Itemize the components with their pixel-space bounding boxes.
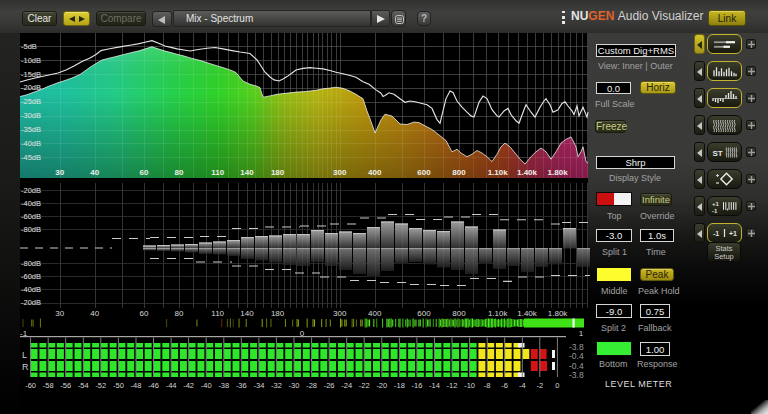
svg-text:-34: -34	[253, 381, 264, 390]
svg-text:-10dB: -10dB	[21, 56, 41, 65]
svg-text:800: 800	[452, 168, 466, 177]
svg-text:-35dB: -35dB	[21, 125, 41, 134]
svg-text:-16: -16	[411, 381, 422, 390]
svg-text:60: 60	[140, 168, 149, 177]
svg-text:-22: -22	[359, 381, 370, 390]
svg-text:400: 400	[368, 309, 382, 318]
svg-text:-56: -56	[60, 381, 71, 390]
svg-text:-46: -46	[148, 381, 159, 390]
svg-text:60: 60	[140, 309, 149, 318]
svg-text:-30dB: -30dB	[21, 111, 41, 120]
svg-text:80: 80	[175, 168, 184, 177]
svg-text:-60dB: -60dB	[21, 212, 41, 221]
svg-text:-6: -6	[501, 381, 508, 390]
svg-text:800: 800	[452, 309, 466, 318]
svg-text:-20dB: -20dB	[21, 298, 41, 307]
svg-text:-8: -8	[484, 381, 491, 390]
svg-text:-25dB: -25dB	[21, 97, 41, 106]
svg-text:-20dB: -20dB	[21, 83, 41, 92]
svg-text:600: 600	[417, 168, 431, 177]
svg-text:-42: -42	[183, 381, 194, 390]
svg-text:-60: -60	[25, 381, 36, 390]
svg-text:-12: -12	[447, 381, 458, 390]
svg-text:-26: -26	[324, 381, 335, 390]
svg-text:-36: -36	[236, 381, 247, 390]
svg-text:600: 600	[417, 309, 431, 318]
svg-text:30: 30	[55, 309, 64, 318]
svg-text:-40: -40	[201, 381, 212, 390]
svg-text:-10: -10	[464, 381, 475, 390]
svg-text:400: 400	[368, 168, 382, 177]
svg-text:-48: -48	[131, 381, 142, 390]
svg-text:L: L	[22, 350, 27, 360]
svg-text:-3.8: -3.8	[569, 370, 584, 380]
svg-text:1.10k: 1.10k	[488, 309, 509, 318]
svg-text:300: 300	[333, 309, 347, 318]
svg-text:-0.4: -0.4	[569, 351, 584, 361]
svg-text:1.40k: 1.40k	[517, 168, 538, 177]
svg-text:40: 40	[90, 168, 99, 177]
svg-text:R: R	[22, 362, 29, 372]
svg-text:-60dB: -60dB	[21, 272, 41, 281]
svg-text:110: 110	[211, 168, 224, 177]
svg-text:-5dB: -5dB	[21, 42, 37, 51]
svg-text:-4: -4	[519, 381, 526, 390]
svg-text:-52: -52	[95, 381, 106, 390]
svg-text:110: 110	[211, 309, 224, 318]
svg-text:-20dB: -20dB	[21, 186, 41, 195]
svg-text:180: 180	[271, 309, 285, 318]
svg-text:-58: -58	[43, 381, 54, 390]
svg-text:80: 80	[175, 309, 184, 318]
svg-text:-80dB: -80dB	[21, 225, 41, 234]
svg-text:-20: -20	[376, 381, 387, 390]
svg-text:1.40k: 1.40k	[517, 309, 538, 318]
svg-text:0: 0	[555, 381, 559, 390]
svg-text:-14: -14	[429, 381, 440, 390]
svg-text:-40dB: -40dB	[21, 139, 41, 148]
svg-text:-2: -2	[536, 381, 543, 390]
svg-text:300: 300	[333, 168, 347, 177]
svg-text:-40dB: -40dB	[21, 285, 41, 294]
svg-text:-50: -50	[113, 381, 124, 390]
svg-text:-30: -30	[289, 381, 300, 390]
svg-text:-45dB: -45dB	[21, 153, 41, 162]
svg-text:1.80k: 1.80k	[548, 309, 569, 318]
svg-text:180: 180	[271, 168, 285, 177]
svg-text:1.10k: 1.10k	[488, 168, 509, 177]
svg-text:-18: -18	[394, 381, 405, 390]
svg-text:-28: -28	[306, 381, 317, 390]
svg-text:-24: -24	[341, 381, 352, 390]
svg-text:1.80k: 1.80k	[548, 168, 569, 177]
svg-text:-32: -32	[271, 381, 282, 390]
svg-text:-38: -38	[218, 381, 229, 390]
svg-text:-44: -44	[166, 381, 177, 390]
svg-text:-80dB: -80dB	[21, 259, 41, 268]
svg-text:30: 30	[55, 168, 64, 177]
svg-text:-54: -54	[78, 381, 89, 390]
svg-text:-15dB: -15dB	[21, 70, 41, 79]
svg-text:140: 140	[240, 309, 254, 318]
svg-text:-40dB: -40dB	[21, 199, 41, 208]
svg-text:140: 140	[240, 168, 254, 177]
svg-text:40: 40	[90, 309, 99, 318]
